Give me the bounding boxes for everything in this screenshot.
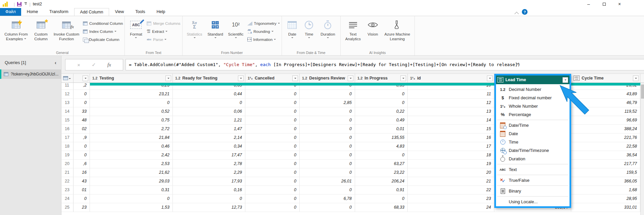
column-header-cycle-time[interactable]: ABC123 Cycle Time bbox=[571, 74, 640, 83]
cell-truncated[interactable]: 48 bbox=[73, 116, 90, 125]
select-all-corner[interactable] bbox=[61, 74, 73, 83]
filter-button[interactable] bbox=[292, 75, 298, 81]
column-from-examples-button[interactable]: Column From Examples bbox=[2, 17, 31, 49]
save-icon[interactable] bbox=[17, 2, 21, 6]
cell-designers-review[interactable]: 0 bbox=[300, 125, 355, 133]
selected-column-header-lead-time[interactable]: ABC123 Lead Time bbox=[496, 75, 569, 84]
cell-ready-for-testing[interactable]: 17,93 bbox=[173, 177, 245, 186]
column-header-id[interactable]: 1²₃ id bbox=[408, 74, 494, 83]
cell-in-progress[interactable]: 0 bbox=[355, 151, 408, 160]
cell-testing[interactable]: 0,46 bbox=[90, 142, 173, 151]
collapse-panel-icon[interactable]: ‹ bbox=[55, 61, 56, 64]
column-header-designers-review[interactable]: 1.2 Designers Review bbox=[300, 74, 355, 83]
cell-truncated[interactable]: 23 bbox=[73, 203, 90, 212]
cell-testing[interactable]: 21,62 bbox=[90, 168, 173, 177]
ribbon-tab[interactable]: View bbox=[109, 8, 130, 16]
quick-access-dropdown-icon[interactable] bbox=[24, 2, 27, 6]
data-type-menu-item[interactable]: Date bbox=[496, 129, 569, 138]
cell-testing[interactable]: 21,84 bbox=[90, 133, 173, 142]
filter-button[interactable] bbox=[633, 75, 639, 81]
cell-ready-for-testing[interactable]: 0,06 bbox=[173, 107, 245, 116]
cell-cycle-time[interactable]: 22,58 bbox=[571, 142, 640, 151]
minimize-button[interactable]: – bbox=[581, 0, 596, 8]
cell-designers-review[interactable]: 0 bbox=[300, 142, 355, 151]
filter-button[interactable] bbox=[487, 75, 493, 81]
azure-machine-learning-button[interactable]: Azure Machine Learning bbox=[382, 17, 413, 49]
cell-ready-for-testing[interactable]: 0 bbox=[173, 195, 245, 203]
cell-id[interactable]: 18 bbox=[408, 151, 494, 160]
vision-button[interactable]: Vision bbox=[364, 17, 382, 49]
cell-ready-for-testing[interactable]: 1,47 bbox=[173, 125, 245, 133]
query-list-item[interactable]: ?token=eyJhbGciOiJIUzI... bbox=[0, 69, 61, 79]
expand-formula-icon[interactable] bbox=[516, 63, 519, 66]
cell-testing[interactable]: 2,42 bbox=[90, 151, 173, 160]
cell-ready-for-testing[interactable]: 2,14 bbox=[173, 133, 245, 142]
cell-in-progress[interactable]: 0 bbox=[355, 99, 408, 107]
cell-truncated[interactable]: ,6 bbox=[73, 160, 90, 168]
cell-truncated[interactable]: 0 bbox=[73, 151, 90, 160]
cell-designers-review[interactable]: 0 bbox=[300, 90, 355, 99]
time-button[interactable]: Time bbox=[301, 17, 317, 49]
ribbon-tab[interactable]: Файл bbox=[0, 8, 21, 16]
collapse-ribbon-icon[interactable] bbox=[515, 11, 519, 13]
cell-designers-review[interactable]: 6,78 bbox=[300, 195, 355, 203]
information-button[interactable]: 1− 3+ Information bbox=[247, 36, 280, 43]
cell-testing[interactable]: 0,31 bbox=[90, 186, 173, 195]
help-icon[interactable]: ? bbox=[522, 9, 528, 15]
data-type-menu-item[interactable]: True/False bbox=[496, 176, 569, 184]
cell-truncated[interactable]: 0 bbox=[73, 90, 90, 99]
cell-testing[interactable]: 2,53 bbox=[90, 160, 173, 168]
cell-cancelled[interactable]: 0 bbox=[245, 107, 300, 116]
cell-testing[interactable]: 23,21 bbox=[90, 90, 173, 99]
scrollbar-thumb[interactable] bbox=[641, 85, 644, 99]
trigonometry-button[interactable]: Trigonometry bbox=[247, 20, 280, 26]
cell-in-progress[interactable]: 0,01 bbox=[355, 125, 408, 133]
cell-cycle-time[interactable]: 36,54 bbox=[571, 151, 640, 160]
ribbon-tab[interactable]: Help bbox=[151, 8, 171, 16]
filter-button[interactable] bbox=[348, 75, 353, 81]
cell-testing[interactable]: 0,75 bbox=[90, 116, 173, 125]
cell-designers-review[interactable]: 26,01 bbox=[300, 177, 355, 186]
text-analytics-button[interactable]: Text Analytics bbox=[342, 17, 364, 49]
cell-testing[interactable]: 0 bbox=[90, 99, 173, 107]
filter-button[interactable] bbox=[238, 75, 244, 81]
rounding-button[interactable]: .00→.0 Rounding bbox=[247, 28, 280, 35]
cell-id[interactable]: 24 bbox=[408, 203, 494, 212]
cell-designers-review[interactable]: 0 bbox=[300, 168, 355, 177]
data-type-menu-item[interactable]: Using Locale... bbox=[496, 198, 569, 206]
cell-cancelled[interactable]: 0 bbox=[245, 99, 300, 107]
scientific-button[interactable]: 10² Scientific bbox=[226, 17, 246, 49]
cancel-formula-icon[interactable]: × bbox=[77, 62, 80, 68]
cell-cycle-time[interactable]: 1,68 bbox=[571, 186, 640, 195]
cell-id[interactable]: 12 bbox=[408, 99, 494, 107]
ribbon-tab[interactable]: Tools bbox=[130, 8, 151, 16]
ribbon-tab[interactable]: Add Column bbox=[74, 8, 109, 16]
cell-designers-review[interactable]: 0 bbox=[300, 186, 355, 195]
close-button[interactable]: × bbox=[612, 0, 627, 8]
cell-in-progress[interactable]: 23,22 bbox=[355, 168, 408, 177]
duration-button[interactable]: Duration bbox=[317, 17, 339, 49]
invoke-custom-function-button[interactable]: fx Invoke Custom Function bbox=[51, 17, 82, 49]
cell-ready-for-testing[interactable]: 0,44 bbox=[173, 90, 245, 99]
cell-id[interactable]: 17 bbox=[408, 142, 494, 151]
cell-cancelled[interactable]: 0 bbox=[245, 195, 300, 203]
cell-ready-for-testing[interactable]: 1,21 bbox=[173, 116, 245, 125]
conditional-column-button[interactable]: Conditional Column bbox=[83, 20, 123, 26]
cell-ready-for-testing[interactable]: 17,47 bbox=[173, 151, 245, 160]
data-type-menu-item[interactable]: Time bbox=[496, 138, 569, 146]
cell-testing[interactable]: 0,52 bbox=[90, 107, 173, 116]
data-type-menu-item[interactable]: Duration bbox=[496, 155, 569, 163]
cell-designers-review[interactable]: 0 bbox=[300, 203, 355, 212]
cell-designers-review[interactable]: 0 bbox=[300, 107, 355, 116]
filter-button[interactable] bbox=[562, 77, 568, 83]
cell-id[interactable]: 14 bbox=[408, 116, 494, 125]
cell-cycle-time[interactable]: 388,24 bbox=[571, 125, 640, 133]
maximize-button[interactable] bbox=[596, 0, 612, 8]
cell-id[interactable]: 13 bbox=[408, 107, 494, 116]
cell-in-progress[interactable]: 206,24 bbox=[355, 177, 408, 186]
duplicate-column-button[interactable]: Duplicate Column bbox=[83, 36, 123, 43]
cell-id[interactable]: 16 bbox=[408, 133, 494, 142]
cell-testing[interactable]: 1,53 bbox=[90, 203, 173, 212]
cell-cancelled[interactable]: 0 bbox=[245, 168, 300, 177]
cell-cancelled[interactable]: 0 bbox=[245, 90, 300, 99]
